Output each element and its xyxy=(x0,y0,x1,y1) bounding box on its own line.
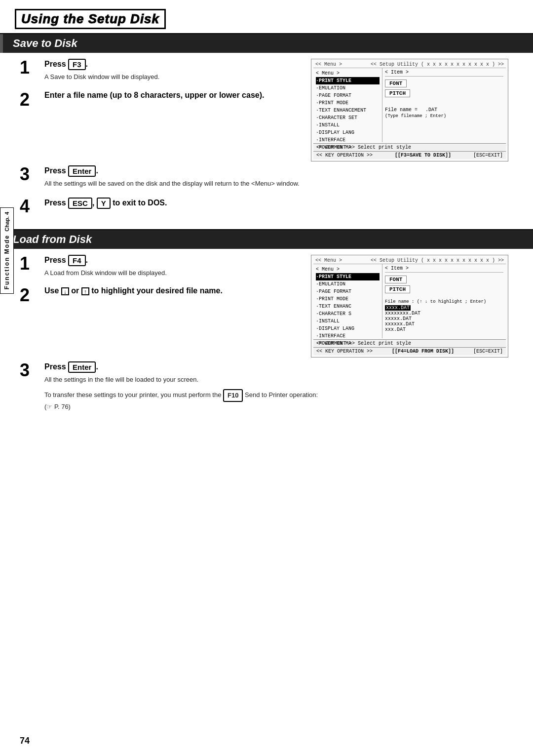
save-step-3-content: Press Enter. All the settings will be sa… xyxy=(44,165,518,189)
save-screen-mockup: << Menu > << Setup Utility ( x x x x x x… xyxy=(311,59,518,161)
save-step-2-content: Enter a file name (up to 8 characters, u… xyxy=(44,91,302,102)
side-tab-chap: Chap. 4 xyxy=(4,212,10,232)
load-menu-item-0: < Menu > xyxy=(316,266,380,273)
load-item-font-box: FONT xyxy=(385,276,407,283)
load-section: Load from Disk 1 Press F4. A Load from D… xyxy=(0,230,533,426)
save-menu-item-6: ·CHARACTER SET xyxy=(316,114,380,121)
load-step-2-content: Use ↓ or ↑ to highlight your desired fil… xyxy=(44,286,302,297)
save-menu-item-4: ·PRINT MODE xyxy=(316,99,380,107)
load-step-1-number: 1 xyxy=(20,255,38,273)
load-arrow-down: ↓ xyxy=(61,287,69,295)
save-esc-key: ESC xyxy=(68,198,92,209)
save-y-key: Y xyxy=(97,198,111,209)
save-step-3-row: 3 Press Enter. All the settings will be … xyxy=(20,165,518,189)
load-step-3-desc2: To transfer these settings to your print… xyxy=(44,389,518,411)
side-tab-label: Function Mode xyxy=(3,235,10,289)
load-menu-item-8: ·DISPLAY LANG xyxy=(316,325,380,332)
save-screen-body: < Menu > ·PRINT STYLE ·EMULATION ·PAGE F… xyxy=(313,68,506,142)
page-title: Using the Setup Disk xyxy=(15,9,166,29)
load-file-list: xxxx.DAT xxxxxxxx.DAT xxxxx.DAT xxxxxx.D… xyxy=(385,304,503,333)
page-number: 74 xyxy=(20,736,30,746)
save-step-4-content: Press ESC, Y to exit to DOS. xyxy=(44,198,518,211)
load-menu-item-4: ·PRINT MODE xyxy=(316,295,380,303)
load-step-3-number: 3 xyxy=(20,361,38,379)
load-step-2-number: 2 xyxy=(20,286,38,304)
load-item-pitch-box: PITCH xyxy=(385,285,410,293)
save-menu-item-9: ·INTERFACE xyxy=(316,136,380,144)
load-file-3: xxxxxx.DAT xyxy=(385,321,503,327)
load-step-1-block: 1 Press F4. A Load from Disk window will… xyxy=(20,255,302,278)
load-enter-key: Enter xyxy=(68,361,96,373)
save-section-content: 1 Press F3. A Save to Disk window will b… xyxy=(0,53,533,229)
load-step-2-title: Use ↓ or ↑ to highlight your desired fil… xyxy=(44,286,302,295)
save-step-1-row: 1 Press F3. A Save to Disk window will b… xyxy=(20,59,302,82)
load-f4-label: [[F4=LOAD FROM DISK]] xyxy=(392,349,454,354)
load-step-2-row: 2 Use ↓ or ↑ to highlight your desired f… xyxy=(20,286,302,304)
save-menu-item-2: ·EMULATION xyxy=(316,84,380,92)
load-f10-key: F10 xyxy=(223,389,243,402)
save-step-1-block: 1 Press F3. A Save to Disk window will b… xyxy=(20,59,302,82)
load-comment-bar: << COMMENT >> Select print style xyxy=(313,339,506,347)
save-step-2-block: 2 Enter a file name (up to 8 characters,… xyxy=(20,91,302,109)
save-step-3-number: 3 xyxy=(20,165,38,183)
save-section: Save to Disk 1 Press F3. A Save to Disk … xyxy=(0,34,533,229)
save-menu-item-7: ·INSTALL xyxy=(316,121,380,129)
load-step-3-content: Press Enter. All the settings in the fil… xyxy=(44,361,518,412)
save-item-font-box: FONT xyxy=(385,80,407,87)
load-screen-topbar: << Menu > << Setup Utility ( x x x x x x… xyxy=(313,257,506,264)
load-step-3-row: 3 Press Enter. All the settings in the f… xyxy=(20,361,518,412)
load-file-0: xxxx.DAT xyxy=(385,305,503,311)
save-menu-item-8: ·DISPLAY LANG xyxy=(316,129,380,136)
load-section-header: Load from Disk xyxy=(0,230,533,249)
save-screen-items: < Item > FONT PITCH File name = .DAT (Ty… xyxy=(382,68,506,142)
load-step-1-row: 1 Press F4. A Load from Disk window will… xyxy=(20,255,302,278)
load-esc-label: [ESC=EXIT] xyxy=(473,349,503,354)
load-file-1: xxxxxxxx.DAT xyxy=(385,311,503,316)
save-step-3-desc: All the settings will be saved on the di… xyxy=(44,179,518,189)
save-esc-label: [ESC=EXIT] xyxy=(473,153,503,158)
load-filename-hint: File name : (↑ ↓ to highlight ; Enter) xyxy=(385,299,503,304)
load-screen: << Menu > << Setup Utility ( x x x x x x… xyxy=(311,255,508,358)
save-step-2-title: Enter a file name (up to 8 characters, u… xyxy=(44,91,302,100)
load-step-3-desc1: All the settings in the file will be loa… xyxy=(44,375,518,385)
save-menu-item-1: ·PRINT STYLE xyxy=(316,77,380,84)
save-step-4-row: 4 Press ESC, Y to exit to DOS. xyxy=(20,198,518,215)
save-step-4-title: Press ESC, Y to exit to DOS. xyxy=(44,198,518,209)
load-step-1-title: Press F4. xyxy=(44,255,302,266)
save-step-1: 1 Press F3. A Save to Disk window will b… xyxy=(20,59,518,161)
load-section-content: 1 Press F4. A Load from Disk window will… xyxy=(0,249,533,426)
save-menu-item-5: ·TEXT ENHANCEMENT xyxy=(316,107,380,114)
save-step-3-block: 3 Press Enter. All the settings will be … xyxy=(20,165,518,189)
save-item-pitch-box: PITCH xyxy=(385,89,410,97)
save-step-4-number: 4 xyxy=(20,198,38,215)
save-step-1-left: 1 Press F3. A Save to Disk window will b… xyxy=(20,59,302,118)
load-menu-item-6: ·CHARACTER S xyxy=(316,310,380,318)
load-screen-items: < Item > FONT PITCH File name : (↑ ↓ to … xyxy=(382,264,506,338)
load-screen-mockup: << Menu > << Setup Utility ( x x x x x x… xyxy=(311,255,518,358)
page-title-bar: Using the Setup Disk xyxy=(0,0,533,34)
save-step-2-number: 2 xyxy=(20,91,38,109)
save-menu-item-3: ·PAGE FORMAT xyxy=(316,92,380,99)
save-keyop-bar: << KEY OPERATION >> [[F3=SAVE TO DISK]] … xyxy=(313,151,506,159)
save-step-1-content: Press F3. A Save to Disk window will be … xyxy=(44,59,302,82)
load-menu-item-7: ·INSTALL xyxy=(316,318,380,325)
save-f3-label: [[F3=SAVE TO DISK]] xyxy=(395,153,451,158)
load-keyop-bar: << KEY OPERATION >> [[F4=LOAD FROM DISK]… xyxy=(313,347,506,355)
load-step-2-block: 2 Use ↓ or ↑ to highlight your desired f… xyxy=(20,286,302,304)
save-step-2-row: 2 Enter a file name (up to 8 characters,… xyxy=(20,91,302,109)
load-menu-item-3: ·PAGE FORMAT xyxy=(316,288,380,295)
load-step-1: 1 Press F4. A Load from Disk window will… xyxy=(20,255,518,358)
save-f3-key: F3 xyxy=(68,59,86,70)
save-section-header: Save to Disk xyxy=(0,34,533,53)
load-arrow-up: ↑ xyxy=(81,287,89,295)
load-step-3-block: 3 Press Enter. All the settings in the f… xyxy=(20,361,518,412)
load-f4-key: F4 xyxy=(68,255,86,266)
load-file-2: xxxxx.DAT xyxy=(385,316,503,321)
save-screen-menu: < Menu > ·PRINT STYLE ·EMULATION ·PAGE F… xyxy=(313,68,382,142)
load-screen-body: < Menu > ·PRINT STYLE ·EMULATION ·PAGE F… xyxy=(313,264,506,338)
save-step-1-number: 1 xyxy=(20,59,38,77)
save-step-4-block: 4 Press ESC, Y to exit to DOS. xyxy=(20,198,518,215)
save-filename-area: File name = .DAT xyxy=(385,107,503,113)
save-screen: << Menu > << Setup Utility ( x x x x x x… xyxy=(311,59,508,161)
save-menu-item-0: < Menu > xyxy=(316,70,380,77)
